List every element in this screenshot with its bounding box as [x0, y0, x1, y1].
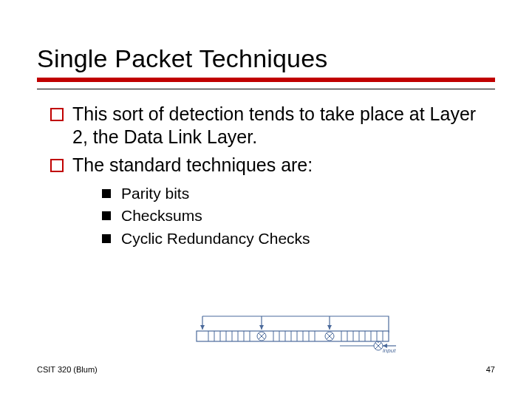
title-underline — [37, 78, 495, 82]
slide: Single Packet Techniques This sort of de… — [0, 0, 532, 399]
sub-bullet-text: Parity bits — [121, 185, 189, 202]
bullet-text: The standard techniques are: — [72, 154, 313, 175]
bullet-list-level2: Parity bits Checksums Cyclic Redundancy … — [72, 183, 495, 250]
crc-diagram-svg: input — [192, 310, 399, 353]
slide-title: Single Packet Techniques — [37, 44, 495, 73]
footer-left: CSIT 320 (Blum) — [37, 365, 98, 374]
svg-marker-1 — [259, 325, 264, 330]
sub-bullet-item: Checksums — [102, 205, 495, 227]
bullet-item: The standard techniques are: Parity bits… — [50, 154, 495, 250]
sub-bullet-item: Parity bits — [102, 183, 495, 205]
sub-bullet-text: Checksums — [121, 207, 202, 224]
svg-rect-3 — [197, 331, 389, 341]
crc-diagram: input — [192, 310, 399, 353]
sub-bullet-text: Cyclic Redundancy Checks — [121, 230, 310, 247]
svg-marker-2 — [327, 325, 332, 330]
footer-page-number: 47 — [486, 365, 495, 374]
sub-bullet-item: Cyclic Redundancy Checks — [102, 228, 495, 250]
bullet-list-level1: This sort of detection tends to take pla… — [37, 103, 495, 250]
bullet-text: This sort of detection tends to take pla… — [72, 103, 476, 147]
bullet-item: This sort of detection tends to take pla… — [50, 103, 495, 149]
diagram-input-label: input — [383, 347, 396, 353]
svg-marker-0 — [200, 325, 205, 330]
title-thinline — [37, 89, 495, 89]
slide-footer: CSIT 320 (Blum) 47 — [37, 365, 495, 374]
